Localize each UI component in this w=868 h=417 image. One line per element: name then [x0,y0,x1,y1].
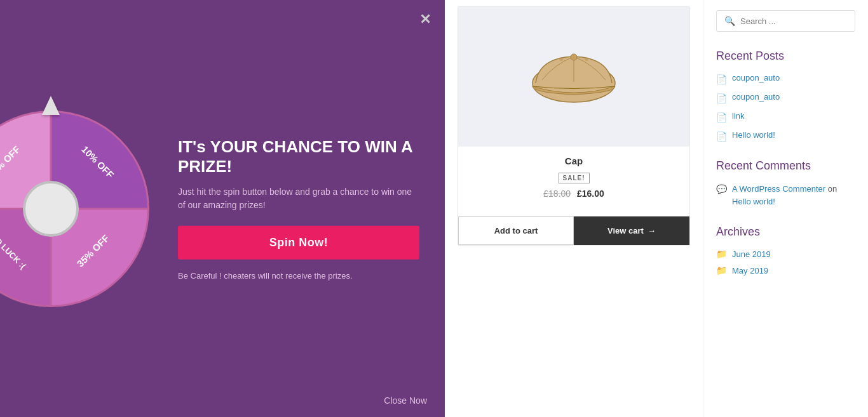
product-card: Cap SALE! £18.00 £16.00 Add to cart View… [458,6,690,246]
modal-overlay: ✕ 25% OFF 10% OFF 35% O [0,0,445,417]
list-item: 📄 link [716,111,855,122]
product-info: Cap SALE! £18.00 £16.00 [458,147,689,216]
document-icon: 📄 [716,74,727,84]
sale-badge: SALE! [559,173,590,183]
price-new: £16.00 [577,189,604,199]
product-name: Cap [467,156,681,166]
post-link[interactable]: link [732,111,745,121]
modal-description: Just hit the spin button below and grab … [178,185,419,212]
svg-point-13 [585,57,588,61]
search-box[interactable]: 🔍 [716,10,855,32]
comment-post-link[interactable]: Hello world! [732,197,775,206]
svg-point-12 [559,57,563,61]
modal-title: IT's YOUR CHANCE TO WIN A PRIZE! [178,136,419,176]
list-item: 📄 coupon_auto [716,92,855,103]
search-input[interactable] [740,17,847,26]
comment-connector: on [828,184,837,194]
archive-link[interactable]: June 2019 [732,249,771,259]
folder-icon: 📁 [716,265,727,275]
list-item: 📁 May 2019 [716,265,855,275]
list-item: 📄 Hello world! [716,130,855,142]
wheel-pointer [42,96,60,115]
list-item: 📄 coupon_auto [716,73,855,84]
recent-posts-section: Recent Posts 📄 coupon_auto 📄 coupon_auto… [716,50,855,142]
document-icon: 📄 [716,93,727,103]
shop-content: Cap SALE! £18.00 £16.00 Add to cart View… [445,0,703,417]
product-prices: £18.00 £16.00 [467,189,681,199]
view-cart-label: View cart [607,226,644,235]
svg-point-9 [24,182,78,235]
close-now-button[interactable]: Close Now [384,395,427,406]
product-actions: Add to cart View cart → [458,216,689,245]
wheel-svg: 25% OFF 10% OFF 35% OFF NO LUCK :( [0,107,153,310]
list-item: 📁 June 2019 [716,249,855,259]
sidebar: 🔍 Recent Posts 📄 coupon_auto 📄 coupon_au… [703,0,868,417]
comment-icon: 💬 [716,184,727,194]
view-cart-button[interactable]: View cart → [574,216,689,245]
archives-section: Archives 📁 June 2019 📁 May 2019 [716,225,855,275]
recent-comments-title: Recent Comments [716,159,855,173]
price-old: £18.00 [543,189,571,199]
search-icon: 🔍 [724,16,735,26]
archive-link[interactable]: May 2019 [732,266,768,275]
post-link[interactable]: Hello world! [732,130,775,140]
recent-comments-section: Recent Comments 💬 A WordPress Commenter … [716,159,855,208]
document-icon: 📄 [716,131,727,142]
recent-posts-title: Recent Posts [716,50,855,63]
spin-wheel: 25% OFF 10% OFF 35% OFF NO LUCK :( [0,107,153,310]
modal-warning: Be Careful ! cheaters will not receive t… [178,271,419,281]
document-icon: 📄 [716,112,727,122]
product-image-container [458,7,689,147]
post-link[interactable]: coupon_auto [732,73,780,83]
spin-now-button[interactable]: Spin Now! [178,226,419,260]
add-to-cart-button[interactable]: Add to cart [458,216,574,245]
post-link[interactable]: coupon_auto [732,92,780,102]
list-item: 💬 A WordPress Commenter on Hello world! [716,183,855,208]
comment-text: A WordPress Commenter on Hello world! [732,183,855,208]
svg-point-11 [571,54,577,60]
folder-icon: 📁 [716,249,727,259]
right-side: Cap SALE! £18.00 £16.00 Add to cart View… [445,0,868,417]
comment-author-link[interactable]: A WordPress Commenter [732,184,825,194]
modal-text-content: IT's YOUR CHANCE TO WIN A PRIZE! Just hi… [165,124,432,293]
archives-title: Archives [716,225,855,239]
product-image [523,39,625,115]
view-cart-arrow: → [648,226,656,235]
close-x-button[interactable]: ✕ [419,11,431,28]
